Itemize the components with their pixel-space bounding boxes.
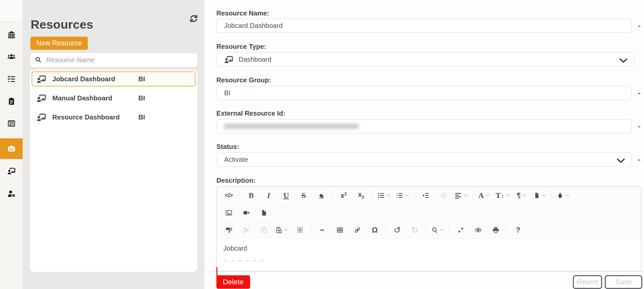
help-icon: ? [516, 226, 520, 234]
status-select[interactable]: Activate [216, 152, 632, 167]
sidebar-item-warehouse[interactable] [0, 138, 23, 159]
resource-name-label: Resource Name: [216, 9, 269, 17]
horizontal-line-button[interactable] [313, 223, 331, 237]
icon-sidebar [0, 0, 23, 289]
chevron-down-icon [284, 229, 288, 231]
underline-icon: U [283, 191, 289, 199]
users-icon [7, 53, 15, 62]
chevron-down-icon [463, 194, 468, 197]
resource-group-tag: BI [138, 94, 145, 102]
print-button[interactable] [487, 223, 504, 237]
field-dash: - [638, 122, 642, 130]
sidebar-item-users[interactable] [0, 47, 23, 68]
align-icon [455, 192, 462, 199]
chevron-down-icon [440, 229, 444, 231]
code-view-button[interactable]: </> [220, 189, 238, 202]
refresh-button[interactable] [188, 13, 199, 24]
resource-list-item[interactable]: Resource DashboardBI [32, 110, 196, 125]
search-button[interactable] [428, 223, 447, 237]
clear-formatting-button[interactable] [312, 189, 330, 202]
superscript-icon: x2 [341, 192, 347, 199]
page-title: Resources [31, 17, 93, 31]
sidebar-divider [5, 113, 18, 113]
unordered-list-icon [378, 192, 385, 199]
clear-formatting-icon [318, 192, 325, 199]
redo-icon: ↻ [411, 226, 418, 234]
italic-button[interactable]: I [260, 189, 277, 202]
paragraph-format-button[interactable]: ¶ [513, 189, 530, 202]
sidebar-divider [5, 46, 18, 46]
help-button[interactable]: ? [509, 223, 527, 237]
description-editor: </>BIUSx2x2123AT↕¶ Ω↺↻? Jobcard [216, 186, 641, 271]
toolbar-separator [372, 189, 372, 201]
strikethrough-icon: S [302, 191, 306, 199]
font-family-button[interactable]: A [475, 189, 493, 202]
resource-type-select[interactable]: Dashboard [216, 52, 634, 67]
red-edge-artifact [216, 267, 217, 282]
font-size-button[interactable]: T↕ [493, 189, 513, 202]
revert-button[interactable]: Revert [573, 275, 602, 289]
insert-image-button[interactable] [220, 206, 238, 219]
toolbar-separator [449, 224, 450, 236]
toolbar-separator [311, 224, 311, 236]
insert-link-button[interactable] [349, 223, 366, 237]
subscript-button[interactable]: x2 [352, 189, 370, 202]
sidebar-item-user-screen[interactable] [0, 161, 23, 182]
align-button[interactable] [452, 189, 470, 202]
resource-name-input[interactable] [216, 19, 632, 33]
save-button[interactable]: Save [605, 275, 642, 289]
sidebar-item-clipboard[interactable] [0, 91, 23, 112]
superscript-button[interactable]: x2 [335, 189, 352, 202]
resource-list-item[interactable]: Jobcard DashboardBI [32, 71, 196, 86]
clipped-text-line [224, 260, 634, 261]
chevron-down-icon [486, 194, 490, 197]
status-value: Activate [224, 156, 248, 164]
unordered-list-button[interactable] [375, 189, 393, 202]
ordered-list-button[interactable]: 123 [393, 189, 412, 202]
underline-button[interactable]: U [277, 189, 295, 202]
redacted-value [224, 124, 359, 129]
resource-search[interactable] [30, 53, 197, 67]
bold-button[interactable]: B [242, 189, 260, 202]
sidebar-item-bank[interactable] [0, 25, 23, 45]
code-view-icon: </> [225, 192, 233, 198]
insert-file-button[interactable] [255, 206, 273, 219]
insert-table-button[interactable] [331, 223, 349, 237]
sidebar-item-user-gear[interactable] [0, 184, 23, 204]
toolbar-separator [386, 224, 386, 236]
paste-button[interactable] [273, 223, 291, 237]
sidebar-item-checklist[interactable] [0, 69, 23, 90]
undo-button[interactable]: ↺ [388, 223, 406, 237]
resource-group-input[interactable] [216, 86, 632, 100]
format-painter-button[interactable] [220, 223, 238, 237]
status-label: Status: [216, 143, 239, 151]
sidebar-item-card[interactable] [0, 114, 23, 134]
colors-button[interactable] [554, 189, 572, 202]
external-resource-id-input[interactable] [216, 119, 632, 133]
app-root: Resources New Resource Jobcard Dashboard… [0, 0, 644, 289]
editor-content[interactable]: Jobcard [217, 239, 641, 267]
special-characters-button[interactable]: Ω [366, 223, 384, 237]
new-resource-button[interactable]: New Resource [30, 37, 88, 50]
insert-video-button[interactable] [238, 206, 255, 219]
card-icon [7, 119, 15, 129]
resource-name: Jobcard Dashboard [52, 75, 115, 83]
strikethrough-button[interactable]: S [295, 189, 312, 202]
resource-name: Manual Dashboard [52, 94, 112, 102]
delete-button[interactable]: Delete [216, 275, 250, 289]
resource-list-item[interactable]: Manual DashboardBI [32, 91, 196, 106]
indent-button[interactable] [417, 189, 434, 202]
select-all-button[interactable] [291, 223, 309, 237]
paragraph-style-button[interactable] [530, 189, 549, 202]
insert-video-icon [243, 209, 250, 216]
resource-name: Resource Dashboard [52, 113, 120, 121]
ordered-list-icon: 123 [396, 192, 403, 199]
search-input[interactable] [46, 56, 193, 64]
fullscreen-button[interactable] [452, 223, 469, 237]
font-size-icon: T↕ [496, 191, 504, 199]
toolbar-separator [551, 189, 552, 201]
resource-form: Resource Name: - Resource Type: Dashboar… [204, 0, 644, 289]
preview-button[interactable] [469, 223, 487, 237]
insert-file-icon [260, 209, 267, 216]
resource-group-label: Resource Group: [216, 76, 271, 84]
